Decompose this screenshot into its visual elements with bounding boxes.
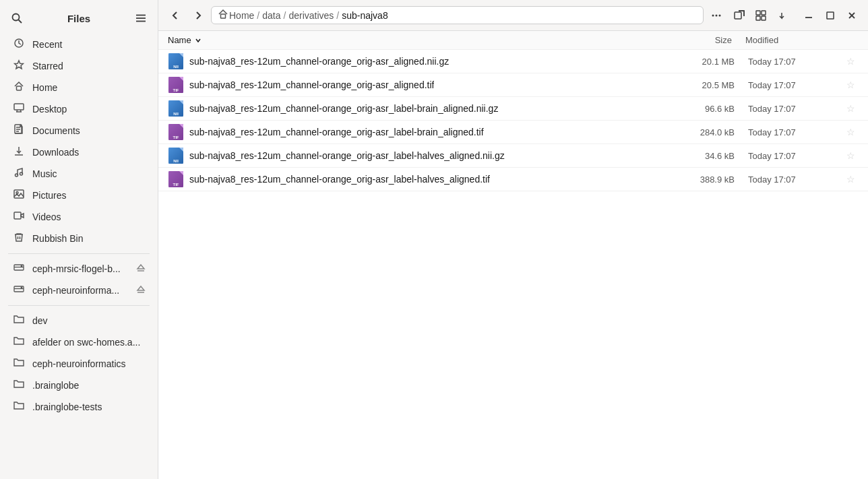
breadcrumb[interactable]: Home / data / derivatives / sub-najva8 (211, 6, 704, 24)
table-row[interactable]: TIF sub-najva8_res-12um_channel-orange_o… (158, 121, 868, 144)
star-button[interactable]: ☆ (842, 150, 859, 161)
eject-icon-ceph-mrsic[interactable] (136, 263, 146, 275)
file-name-text: sub-najva8_res-12um_channel-orange_orig-… (189, 56, 449, 67)
file-modified-cell: Today 17:07 (735, 174, 842, 185)
sort-button[interactable] (772, 7, 791, 24)
file-name-cell: NII sub-najva8_res-12um_channel-orange_o… (168, 148, 654, 164)
file-name-cell: NII sub-najva8_res-12um_channel-orange_o… (168, 100, 654, 117)
file-name-cell: TIF sub-najva8_res-12um_channel-orange_o… (168, 124, 654, 140)
sidebar-menu-button[interactable] (132, 9, 150, 27)
sidebar-item-afelder-label: afelder on swc-homes.a... (32, 337, 146, 348)
file-area: Name Size Modified NII sub-najva8_res-12… (158, 31, 868, 479)
eject-icon-ceph-neuro1[interactable] (136, 285, 146, 296)
breadcrumb-current-label: sub-najva8 (342, 10, 388, 21)
star-button[interactable]: ☆ (842, 56, 859, 67)
file-type-icon: TIF (168, 124, 184, 140)
svg-rect-40 (756, 11, 760, 15)
table-row[interactable]: NII sub-najva8_res-12um_channel-orange_o… (158, 97, 868, 121)
svg-rect-41 (762, 11, 766, 15)
file-name-cell: NII sub-najva8_res-12um_channel-orange_o… (168, 53, 654, 69)
column-name-header[interactable]: Name (168, 35, 651, 45)
table-row[interactable]: NII sub-najva8_res-12um_channel-orange_o… (158, 50, 868, 73)
minimize-button[interactable] (799, 7, 818, 24)
file-type-icon: NII (168, 100, 184, 117)
sidebar-item-brainglobe-tests[interactable]: .brainglobe-tests (4, 396, 154, 418)
folder-icon-afelder (12, 336, 26, 349)
file-name-text: sub-najva8_res-12um_channel-orange_orig-… (189, 150, 505, 161)
sidebar-item-ceph-mrsic-label: ceph-mrsic-flogel-b... (32, 263, 129, 274)
svg-rect-7 (17, 86, 22, 90)
file-modified-cell: Today 17:07 (735, 151, 842, 161)
breadcrumb-derivatives-label: derivatives (288, 10, 334, 21)
svg-line-1 (19, 20, 22, 24)
svg-marker-6 (15, 61, 24, 69)
svg-marker-22 (21, 214, 24, 218)
sidebar-item-videos[interactable]: Videos (4, 206, 154, 228)
svg-point-20 (16, 192, 18, 194)
star-button[interactable]: ☆ (842, 103, 859, 114)
more-options-button[interactable] (706, 7, 726, 24)
sidebar-item-recent[interactable]: Recent (4, 34, 154, 55)
svg-point-37 (716, 14, 718, 16)
close-button[interactable] (842, 7, 861, 24)
svg-rect-21 (14, 212, 21, 219)
file-name-text: sub-najva8_res-12um_channel-orange_orig-… (189, 174, 490, 185)
breadcrumb-sep-2: / (284, 10, 286, 21)
sidebar-divider-2 (8, 305, 150, 306)
star-button[interactable]: ☆ (842, 174, 859, 185)
sidebar-item-rubbish[interactable]: Rubbish Bin (4, 228, 154, 249)
sidebar-item-dev[interactable]: dev (4, 310, 154, 331)
view-toggle-button[interactable] (751, 7, 771, 24)
file-rows-container: NII sub-najva8_res-12um_channel-orange_o… (158, 50, 868, 191)
sidebar-item-ceph-neuroinformatics[interactable]: ceph-neuroinformatics (4, 353, 154, 375)
file-size-cell: 284.0 kB (654, 127, 735, 137)
file-name-cell: TIF sub-najva8_res-12um_channel-orange_o… (168, 77, 654, 93)
network-drive-icon (12, 262, 26, 276)
file-modified-cell: Today 17:07 (735, 127, 842, 137)
new-window-button[interactable] (729, 7, 749, 24)
breadcrumb-home: Home (218, 9, 254, 21)
column-size-header: Size (651, 35, 732, 45)
sidebar-item-downloads[interactable]: Downloads (4, 141, 154, 163)
maximize-button[interactable] (821, 7, 840, 24)
network-drive-icon-2 (12, 284, 26, 297)
sidebar-item-documents-label: Documents (32, 125, 146, 136)
breadcrumb-derivatives: derivatives (288, 10, 334, 21)
file-type-icon: NII (168, 53, 184, 69)
breadcrumb-data: data (262, 10, 280, 21)
sidebar-item-ceph-mrsic[interactable]: ceph-mrsic-flogel-b... (4, 258, 154, 280)
star-button[interactable]: ☆ (842, 127, 859, 137)
svg-point-38 (719, 14, 721, 16)
app-title: Files (67, 13, 90, 24)
table-row[interactable]: TIF sub-najva8_res-12um_channel-orange_o… (158, 168, 868, 191)
table-row[interactable]: NII sub-najva8_res-12um_channel-orange_o… (158, 144, 868, 168)
file-name-cell: TIF sub-najva8_res-12um_channel-orange_o… (168, 171, 654, 187)
home-breadcrumb-icon (218, 9, 228, 21)
breadcrumb-sep-3: / (336, 10, 339, 21)
sidebar-item-brainglobe-label: .brainglobe (32, 380, 146, 391)
sidebar-item-ceph-neuro1[interactable]: ceph-neuroinforma... (4, 280, 154, 301)
sidebar-item-pictures[interactable]: Pictures (4, 185, 154, 206)
folder-icon-dev (12, 314, 26, 327)
rubbish-icon (12, 232, 26, 245)
sidebar-item-desktop[interactable]: Desktop (4, 98, 154, 120)
file-name-text: sub-najva8_res-12um_channel-orange_orig-… (189, 127, 484, 137)
sidebar-item-documents[interactable]: Documents (4, 120, 154, 141)
search-button[interactable] (8, 9, 26, 27)
back-button[interactable] (165, 7, 185, 24)
table-row[interactable]: TIF sub-najva8_res-12um_channel-orange_o… (158, 73, 868, 97)
sidebar-item-afelder[interactable]: afelder on swc-homes.a... (4, 331, 154, 353)
sidebar-item-home[interactable]: Home (4, 77, 154, 98)
star-button[interactable]: ☆ (842, 79, 859, 90)
sidebar-item-brainglobe[interactable]: .brainglobe (4, 375, 154, 396)
home-icon (12, 81, 26, 94)
file-modified-cell: Today 17:07 (735, 80, 842, 90)
sidebar-item-starred[interactable]: Starred (4, 55, 154, 77)
music-icon (12, 167, 26, 181)
folder-icon-ceph-neuroinformatics (12, 357, 26, 371)
sidebar-item-music[interactable]: Music (4, 163, 154, 185)
forward-button[interactable] (188, 7, 208, 24)
sidebar-item-music-label: Music (32, 168, 146, 179)
documents-icon (12, 124, 26, 137)
file-type-icon: TIF (168, 171, 184, 187)
